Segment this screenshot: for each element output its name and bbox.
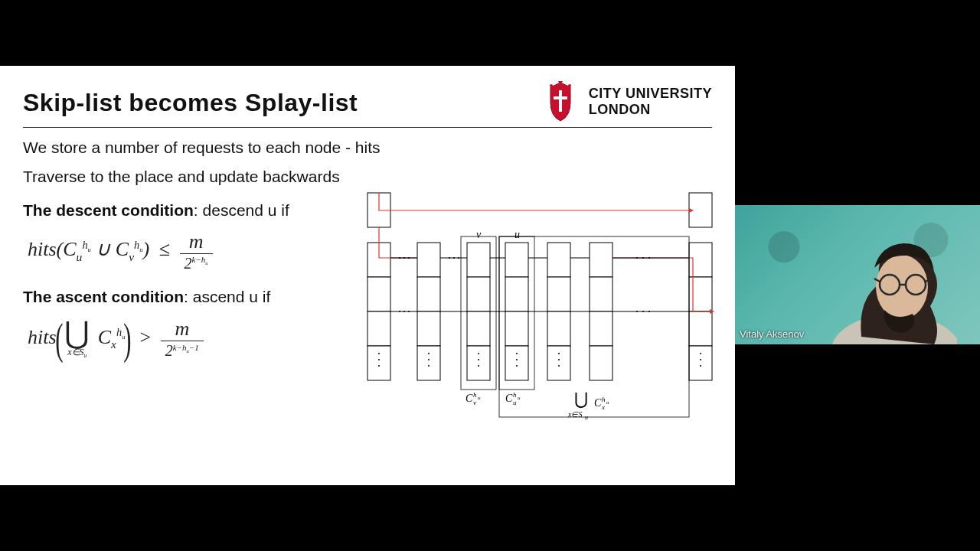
body-line-1: We store a number of requests to each no… bbox=[23, 139, 712, 157]
university-line2: LONDON bbox=[589, 102, 712, 118]
svg-point-58 bbox=[403, 311, 405, 312]
svg-point-70 bbox=[478, 359, 479, 360]
svg-text:h: h bbox=[602, 396, 606, 403]
svg-text:C: C bbox=[594, 397, 602, 409]
svg-rect-21 bbox=[547, 243, 570, 277]
svg-rect-26 bbox=[590, 277, 612, 311]
presenter-name: Vitaly Aksenov bbox=[740, 328, 804, 340]
svg-point-57 bbox=[399, 311, 400, 312]
svg-rect-14 bbox=[467, 277, 490, 311]
svg-point-59 bbox=[408, 311, 410, 312]
svg-rect-18 bbox=[505, 277, 528, 311]
presentation-slide: Skip-list becomes Splay-list CITY UNIVER… bbox=[0, 66, 735, 485]
svg-text:u: u bbox=[585, 414, 588, 421]
svg-rect-27 bbox=[590, 311, 612, 346]
svg-rect-9 bbox=[417, 243, 440, 277]
svg-rect-19 bbox=[505, 311, 528, 346]
svg-point-67 bbox=[428, 359, 430, 360]
university-logo-block: CITY UNIVERSITY LONDON bbox=[541, 80, 712, 124]
ascent-tail: : ascend u if bbox=[184, 288, 270, 305]
svg-text:C: C bbox=[466, 393, 473, 404]
svg-point-3 bbox=[568, 84, 571, 87]
svg-point-60 bbox=[636, 311, 638, 312]
svg-rect-22 bbox=[547, 277, 570, 311]
svg-point-77 bbox=[558, 365, 560, 367]
svg-point-69 bbox=[478, 353, 479, 354]
svg-text:⋃: ⋃ bbox=[574, 390, 588, 409]
ascent-label: The ascent condition bbox=[23, 288, 184, 305]
ascent-formula: hits(⋃x∈Su Cxhu) > m2k−hu−1 bbox=[28, 318, 352, 360]
university-line1: CITY UNIVERSITY bbox=[589, 86, 712, 102]
content-columns: The descent condition: descend u if hits… bbox=[23, 197, 712, 426]
svg-point-2 bbox=[550, 84, 553, 87]
slide-title: Skip-list becomes Splay-list bbox=[23, 89, 358, 117]
svg-point-68 bbox=[428, 365, 430, 367]
svg-rect-16 bbox=[467, 346, 490, 380]
svg-rect-24 bbox=[547, 346, 570, 380]
svg-point-79 bbox=[700, 359, 701, 360]
svg-point-50 bbox=[408, 257, 410, 259]
svg-text:h: h bbox=[513, 391, 517, 399]
university-name: CITY UNIVERSITY LONDON bbox=[589, 86, 712, 117]
svg-point-51 bbox=[449, 257, 450, 259]
body-line-2: Traverse to the place and update backwar… bbox=[23, 168, 712, 186]
descent-formula: hits(Cuhu ∪ Cvhu) ≤ m2k−hu bbox=[28, 232, 352, 271]
svg-text:u: u bbox=[513, 399, 517, 406]
svg-text:x∈S: x∈S bbox=[567, 410, 582, 419]
svg-point-78 bbox=[700, 353, 701, 354]
ascent-heading: The ascent condition: ascend u if bbox=[23, 288, 352, 306]
svg-point-74 bbox=[516, 365, 518, 367]
svg-point-63 bbox=[378, 353, 380, 354]
svg-rect-12 bbox=[417, 346, 440, 380]
svg-rect-1 bbox=[554, 96, 567, 99]
svg-text:u: u bbox=[606, 399, 609, 406]
header-divider bbox=[23, 127, 712, 128]
university-crest-icon bbox=[541, 80, 580, 124]
svg-point-100 bbox=[876, 255, 928, 319]
svg-point-76 bbox=[558, 359, 560, 360]
diagram-label-u: u bbox=[514, 229, 520, 240]
svg-rect-13 bbox=[467, 243, 490, 277]
svg-rect-8 bbox=[368, 346, 390, 380]
left-column: The descent condition: descend u if hits… bbox=[23, 197, 352, 377]
svg-point-66 bbox=[428, 353, 430, 354]
svg-rect-10 bbox=[417, 277, 440, 311]
svg-text:h: h bbox=[473, 391, 477, 399]
svg-rect-28 bbox=[590, 346, 612, 380]
stage: Skip-list becomes Splay-list CITY UNIVER… bbox=[0, 0, 980, 551]
svg-rect-25 bbox=[590, 243, 612, 277]
svg-point-73 bbox=[516, 359, 518, 360]
webcam-panel: Vitaly Aksenov bbox=[735, 205, 980, 344]
slide-header: Skip-list becomes Splay-list CITY UNIVER… bbox=[23, 84, 712, 124]
svg-point-64 bbox=[378, 359, 380, 360]
svg-point-75 bbox=[558, 353, 560, 354]
descent-heading: The descent condition: descend u if bbox=[23, 201, 352, 220]
svg-point-53 bbox=[458, 257, 459, 259]
svg-text:x: x bbox=[601, 403, 605, 411]
svg-point-54 bbox=[636, 257, 638, 259]
svg-point-72 bbox=[516, 353, 518, 354]
svg-rect-33 bbox=[689, 346, 712, 380]
svg-point-55 bbox=[642, 257, 644, 259]
svg-rect-23 bbox=[547, 311, 570, 346]
svg-rect-32 bbox=[689, 311, 712, 346]
skiplist-diagram: v u C v h u C u h u ⋃ x∈S u C x bbox=[345, 189, 727, 426]
svg-point-62 bbox=[648, 311, 650, 312]
svg-text:u: u bbox=[518, 395, 521, 401]
svg-rect-20 bbox=[505, 346, 528, 380]
svg-point-80 bbox=[700, 365, 701, 367]
svg-rect-17 bbox=[505, 243, 528, 277]
svg-text:C: C bbox=[505, 393, 513, 404]
right-column: v u C v h u C u h u ⋃ x∈S u C x bbox=[360, 197, 712, 426]
svg-text:v: v bbox=[473, 399, 476, 406]
svg-point-52 bbox=[453, 257, 455, 259]
svg-rect-0 bbox=[559, 90, 562, 112]
svg-point-65 bbox=[378, 365, 380, 367]
svg-rect-11 bbox=[417, 311, 440, 346]
svg-point-49 bbox=[403, 257, 405, 259]
svg-rect-6 bbox=[368, 277, 390, 311]
diagram-label-v: v bbox=[476, 229, 482, 240]
svg-rect-15 bbox=[467, 311, 490, 346]
svg-point-61 bbox=[642, 311, 644, 312]
presenter-silhouette-icon bbox=[819, 222, 957, 344]
